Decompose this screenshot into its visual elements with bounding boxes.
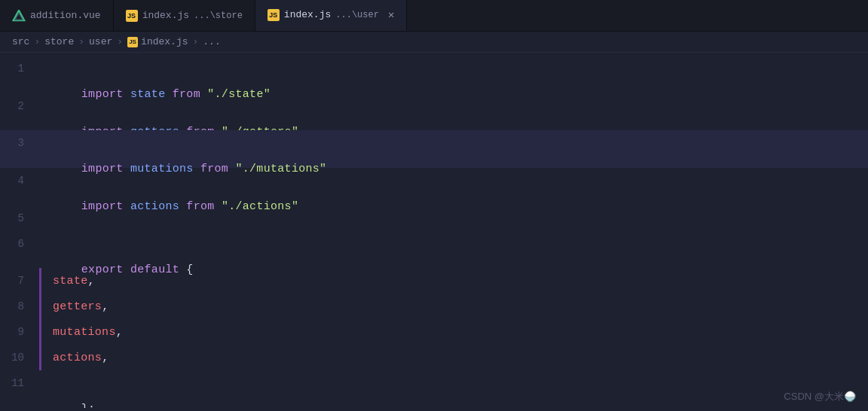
breadcrumb: src › store › user › JS index.js › ... [0, 32, 868, 53]
tab-index-user-path: ...\user [335, 10, 379, 20]
line-content-11: }; [39, 371, 868, 408]
breadcrumb-sep-3: › [117, 36, 123, 47]
tab-index-store[interactable]: JS index.js ...\store [114, 0, 255, 31]
line-num-3: 3 [0, 130, 39, 156]
line-content-8: getters, [39, 294, 868, 320]
tab-index-user[interactable]: JS index.js ...\user ✕ [255, 0, 407, 31]
breadcrumb-ellipsis: ... [203, 36, 220, 47]
code-line-9: 9 mutations, [0, 319, 868, 345]
code-line-4: 4 import actions from "./actions" [0, 168, 868, 206]
line-num-7: 7 [0, 268, 39, 294]
line-num-5: 5 [0, 206, 39, 231]
breadcrumb-src: src [12, 36, 29, 47]
code-line-8: 8 getters, [0, 294, 868, 319]
tab-index-user-label: index.js [284, 9, 331, 20]
code-line-11: 11 }; [0, 370, 868, 408]
code-line-7: 7 state, [0, 268, 868, 294]
watermark: CSDN @大米🍚 [784, 390, 856, 403]
js-icon-user: JS [267, 9, 280, 21]
js-icon-breadcrumb: JS [127, 37, 138, 47]
line-content-9: mutations, [39, 319, 868, 346]
code-line-2: 2 import getters from "./getters" [0, 93, 868, 131]
tab-addition-vue[interactable]: addition.vue [0, 0, 114, 31]
line-num-6: 6 [0, 231, 39, 257]
breadcrumb-indexjs: index.js [141, 36, 188, 47]
breadcrumb-user: user [89, 36, 112, 47]
breadcrumb-sep-4: › [193, 36, 199, 47]
line-num-4: 4 [0, 168, 39, 193]
line-num-2: 2 [0, 93, 39, 119]
code-line-10: 10 actions, [0, 345, 868, 370]
line-num-9: 9 [0, 319, 39, 345]
vue-icon [12, 10, 26, 22]
line-num-8: 8 [0, 294, 39, 319]
line-content-5 [39, 206, 868, 232]
code-line-1: 1 import state from "./state" [0, 56, 868, 93]
js-icon-store: JS [126, 10, 138, 22]
breadcrumb-sep-1: › [34, 36, 40, 47]
svg-marker-0 [14, 11, 24, 20]
tab-addition-vue-label: addition.vue [30, 10, 101, 21]
tab-index-store-label: index.js [142, 10, 189, 21]
code-line-6: 6 export default { [0, 231, 868, 269]
tab-close-button[interactable]: ✕ [388, 10, 394, 20]
line-content-7: state, [39, 268, 868, 294]
breadcrumb-store: store [44, 36, 74, 47]
line-content-10: actions, [39, 345, 868, 371]
code-line-5: 5 [0, 206, 868, 231]
code-line-3: 3 import mutations from "./mutations" [0, 130, 868, 168]
tab-index-store-path: ...\store [194, 11, 243, 21]
line-num-1: 1 [0, 56, 39, 81]
line-num-10: 10 [0, 345, 39, 370]
code-editor: 1 import state from "./state" 2 import g… [0, 53, 868, 408]
breadcrumb-sep-2: › [78, 36, 84, 47]
tab-bar: addition.vue JS index.js ...\store JS in… [0, 0, 868, 32]
line-num-11: 11 [0, 370, 39, 396]
